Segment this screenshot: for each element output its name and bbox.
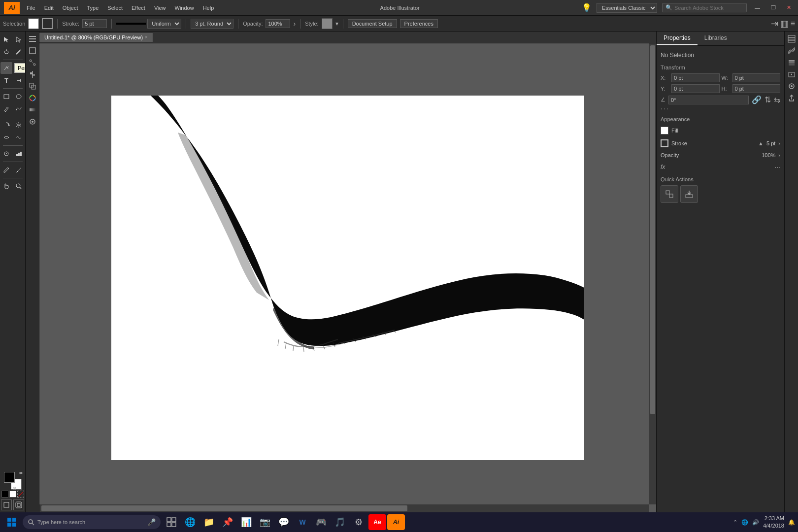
w-input[interactable] (732, 73, 781, 82)
stroke-type-selector[interactable]: Uniform (116, 19, 181, 29)
canvas-tab-active[interactable]: Untitled-1* @ 800% (RGB/GPU Preview) × (39, 33, 153, 42)
style-dropdown-icon[interactable]: ▾ (335, 20, 338, 27)
stroke-swatch[interactable] (42, 18, 53, 29)
horizontal-scrollbar[interactable] (39, 504, 649, 512)
embed-icon[interactable] (786, 69, 797, 80)
opacity-value-input[interactable] (266, 19, 290, 28)
stroke-value-input[interactable] (82, 19, 107, 28)
close-button[interactable]: ✕ (784, 3, 794, 12)
asset-export-icon[interactable] (786, 93, 797, 103)
symbol-sprayer-tool[interactable] (0, 148, 12, 160)
stroke-color-swatch[interactable] (661, 139, 668, 147)
direct-selection-tool[interactable] (13, 33, 25, 45)
stock-search-input[interactable] (674, 5, 743, 11)
rectangle-tool[interactable] (0, 91, 12, 102)
lasso-tool[interactable] (0, 46, 12, 58)
screen-mode-icon[interactable] (13, 499, 24, 510)
horizontal-scroll-thumb[interactable] (41, 505, 407, 511)
network-icon[interactable]: 🌐 (741, 519, 748, 526)
hand-tool[interactable] (0, 180, 12, 192)
tab-libraries[interactable]: Libraries (698, 32, 734, 45)
h-input[interactable] (732, 84, 781, 93)
transform-more-button[interactable]: ··· (661, 104, 669, 112)
taskbar-app-spotify[interactable]: 🎵 (331, 514, 349, 530)
vertical-scrollbar[interactable] (649, 43, 656, 504)
maximize-button[interactable]: ❐ (768, 3, 779, 12)
stroke-round-dropdown[interactable]: 3 pt. Round (191, 19, 233, 29)
stroke-options-arrow[interactable]: › (778, 140, 780, 146)
panel-options-icon[interactable]: ≡ (791, 19, 795, 28)
start-button[interactable] (3, 514, 21, 530)
pencil-tool[interactable] (0, 103, 12, 115)
ellipse-tool[interactable] (13, 91, 25, 102)
transform-mirror-icon[interactable]: ⇆ (774, 95, 780, 104)
menu-view[interactable]: View (150, 4, 170, 12)
drawing-mode-icon[interactable] (1, 499, 12, 510)
y-input[interactable] (671, 84, 720, 93)
angle-input[interactable] (668, 96, 749, 104)
taskbar-app-store[interactable]: 📌 (219, 514, 236, 530)
canvas-content[interactable] (39, 43, 656, 512)
notification-icon[interactable]: 🔔 (788, 519, 795, 526)
canvas-tab-close[interactable]: × (145, 34, 148, 40)
arrange-icon[interactable] (786, 33, 797, 44)
column-graph-tool[interactable] (13, 148, 25, 160)
transform-panel-icon[interactable] (27, 57, 38, 68)
transform-flip-icon[interactable]: ⇅ (765, 95, 771, 104)
pen-tool[interactable]: Pen Tool (P) (0, 62, 12, 74)
panel-arrange-icon[interactable]: ▥ (780, 18, 789, 29)
layer-panel-icon[interactable] (786, 57, 797, 68)
type-tool[interactable]: T (0, 74, 12, 86)
properties-panel-icon[interactable] (27, 33, 38, 44)
menu-effect[interactable]: Effect (128, 4, 149, 12)
curvature-tool[interactable] (13, 62, 25, 74)
place-icon[interactable] (786, 81, 797, 92)
workspace-selector[interactable]: Essentials Classic (597, 3, 657, 13)
menu-file[interactable]: File (23, 4, 39, 12)
volume-icon[interactable]: 🔊 (752, 519, 759, 526)
warp-tool[interactable] (13, 132, 25, 143)
tab-properties[interactable]: Properties (657, 32, 698, 45)
link-icon[interactable] (786, 45, 797, 56)
panel-toggle-icon[interactable]: ⇥ (771, 18, 778, 29)
transform-link-icon[interactable]: 🔗 (752, 95, 762, 104)
opacity-more-icon[interactable]: › (293, 20, 296, 28)
taskbar-app-excel[interactable]: 📊 (237, 514, 255, 530)
appearance-panel-icon[interactable] (27, 116, 38, 127)
taskbar-search-box[interactable]: Type here to search 🎤 (23, 515, 161, 529)
x-input[interactable] (671, 73, 720, 82)
quick-action-group[interactable] (661, 185, 678, 203)
taskbar-app-edge[interactable]: 🌐 (181, 514, 199, 530)
minimize-button[interactable]: — (752, 4, 763, 12)
menu-type[interactable]: Type (83, 4, 103, 12)
taskbar-app-instagram[interactable]: 📷 (256, 514, 274, 530)
vertical-type-tool[interactable]: T (13, 74, 25, 86)
eyedropper-tool[interactable] (0, 164, 12, 176)
taskbar-app-steam[interactable]: 🎮 (312, 514, 330, 530)
quick-color-black[interactable] (1, 491, 8, 498)
measure-tool[interactable] (13, 164, 25, 176)
stroke-type-dropdown[interactable]: Uniform (147, 19, 181, 29)
taskbar-app-illustrator-active[interactable]: Ai (387, 514, 405, 530)
taskbar-clock[interactable]: 2:33 AM 4/4/2018 (763, 515, 784, 530)
magic-wand-tool[interactable] (13, 46, 25, 58)
align-panel-icon[interactable] (27, 69, 38, 80)
stroke-increment-up[interactable]: ▲ (758, 140, 764, 146)
foreground-color-swatch[interactable] (4, 472, 15, 483)
fill-color-swatch[interactable] (661, 127, 668, 134)
taskbar-app-settings[interactable]: ⚙ (350, 514, 367, 530)
taskbar-app-messenger[interactable]: 💬 (275, 514, 293, 530)
document-setup-button[interactable]: Document Setup (348, 19, 397, 28)
taskbar-app-word[interactable]: W (294, 514, 311, 530)
reset-colors-icon[interactable]: ⊡ (13, 486, 16, 491)
menu-help[interactable]: Help (199, 4, 218, 12)
pathfinder-panel-icon[interactable] (27, 81, 38, 92)
stock-search-box[interactable]: 🔍 (662, 3, 747, 12)
zoom-tool[interactable] (13, 180, 25, 192)
fill-swatch[interactable] (28, 18, 39, 29)
taskbar-app-task-view[interactable] (163, 514, 180, 530)
artboard-panel-icon[interactable] (27, 45, 38, 56)
taskbar-app-explorer[interactable]: 📁 (200, 514, 218, 530)
system-tray-chevron[interactable]: ⌃ (733, 519, 737, 526)
smooth-tool[interactable] (13, 103, 25, 115)
